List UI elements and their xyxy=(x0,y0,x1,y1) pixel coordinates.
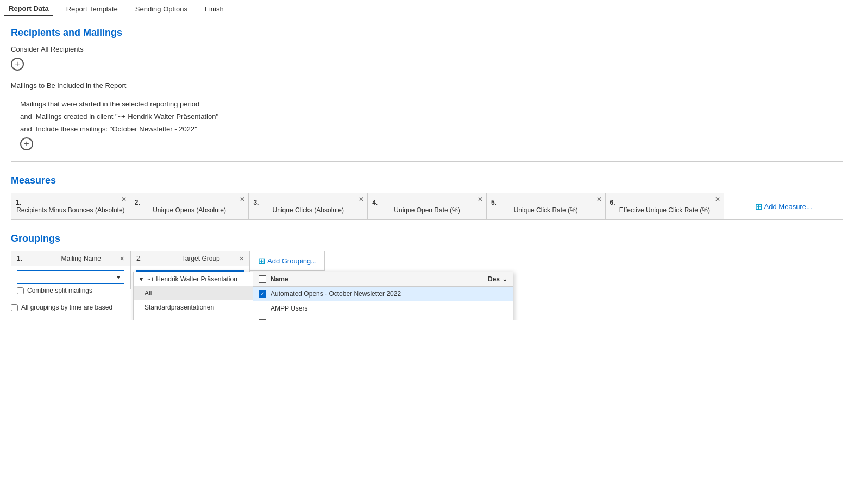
mailings-line2-prefix: and xyxy=(20,112,32,121)
measure-close-4[interactable]: ✕ xyxy=(478,196,483,203)
measure-label-4: Unique Open Rate (%) xyxy=(394,206,460,214)
measure-close-6[interactable]: ✕ xyxy=(715,196,720,203)
measures-section: Measures 1. Recipients Minus Bounces (Ab… xyxy=(11,175,843,220)
list-checkbox-1[interactable]: ✓ xyxy=(259,290,266,298)
mailings-section-label: Mailings to Be Included in the Report xyxy=(11,81,843,90)
grouping-select-wrapper-1 xyxy=(17,270,124,284)
list-row-label-1: Automated Opens - October Newsletter 202… xyxy=(271,290,507,298)
measure-close-2[interactable]: ✕ xyxy=(240,196,245,203)
measure-num-6: 6. xyxy=(610,199,720,206)
mailings-line3-text: Include these mailings: "October Newslet… xyxy=(36,125,197,133)
tree-root-label: ~+ Hendrik Walter Präsentation xyxy=(147,275,237,283)
combine-split-label[interactable]: Combine split mailings xyxy=(17,287,124,294)
list-checkbox-2[interactable] xyxy=(259,305,266,312)
list-row-3[interactable]: Anrede leeren xyxy=(253,316,513,320)
measure-num-5: 5. xyxy=(491,199,601,206)
tree-pane: ▼ ~+ Hendrik Walter Präsentation All Sta… xyxy=(134,272,253,320)
list-header-des[interactable]: Des ⌄ xyxy=(488,275,507,283)
grouping-close-2[interactable]: ✕ xyxy=(239,255,244,262)
measure-label-3: Unique Clicks (Absolute) xyxy=(273,206,344,214)
mailings-box: Mailings that were started in the select… xyxy=(11,93,843,162)
measure-num-2: 2. xyxy=(135,199,244,206)
groupings-section: Groupings 1. Mailing Name ✕ xyxy=(11,233,843,311)
measures-row: 1. Recipients Minus Bounces (Absolute) ✕… xyxy=(11,193,843,220)
nav-report-data[interactable]: Report Data xyxy=(4,2,53,16)
add-recipient-btn[interactable]: + xyxy=(11,58,24,71)
list-header-checkbox[interactable] xyxy=(259,275,266,283)
measures-title: Measures xyxy=(11,175,843,186)
grouping-body-1: Combine split mailings xyxy=(11,266,130,299)
grouping-header-2: 2. Target Group ✕ xyxy=(131,251,249,266)
measure-num-3: 3. xyxy=(253,199,363,206)
sort-icon: ⌄ xyxy=(502,275,507,283)
measure-num-4: 4. xyxy=(372,199,482,206)
add-mailing-btn[interactable]: + xyxy=(20,137,33,150)
measure-label-1: Recipients Minus Bounces (Absolute) xyxy=(16,206,124,214)
dropdown-tree-section: ▼ ~+ Hendrik Walter Präsentation All Sta… xyxy=(134,272,513,320)
combine-split-text: Combine split mailings xyxy=(27,287,92,294)
nav-finish[interactable]: Finish xyxy=(200,3,228,15)
grouping-select-1[interactable] xyxy=(17,270,124,284)
consider-label: Consider All Recipients xyxy=(11,45,843,53)
recipients-title: Recipients and Mailings xyxy=(11,27,843,39)
measure-close-1[interactable]: ✕ xyxy=(121,196,127,203)
all-groupings-checkbox[interactable] xyxy=(11,304,18,311)
recipients-section: Recipients and Mailings Consider All Rec… xyxy=(11,27,843,71)
nav-report-template[interactable]: Report Template xyxy=(62,3,122,15)
list-row-label-3: Anrede leeren xyxy=(271,319,507,320)
nav-bar: Report Data Report Template Sending Opti… xyxy=(0,0,854,18)
measure-cell-3: 3. Unique Clicks (Absolute) ✕ xyxy=(249,193,368,219)
mailings-section: Mailings to Be Included in the Report Ma… xyxy=(11,81,843,162)
list-checkbox-3[interactable] xyxy=(259,319,266,320)
grouping-header-1: 1. Mailing Name ✕ xyxy=(11,251,130,266)
measure-label-6: Effective Unique Click Rate (%) xyxy=(619,206,710,214)
grouping-num-1: 1. xyxy=(17,255,22,262)
mailings-line2: and Mailings created in client "~+ Hendr… xyxy=(20,112,834,121)
measure-label-2: Unique Opens (Absolute) xyxy=(153,206,226,214)
groupings-title: Groupings xyxy=(11,233,843,244)
measure-close-3[interactable]: ✕ xyxy=(359,196,364,203)
list-pane: Name Des ⌄ ✓ Automated Opens - October N… xyxy=(253,272,513,320)
combine-split-checkbox[interactable] xyxy=(17,287,24,294)
measure-cell-4: 4. Unique Open Rate (%) ✕ xyxy=(368,193,487,219)
add-grouping-btn[interactable]: ⊞ Add Grouping... xyxy=(250,251,325,271)
grouping-num-2: 2. xyxy=(136,255,142,262)
add-grouping-icon: ⊞ xyxy=(258,256,265,266)
measure-close-5[interactable]: ✕ xyxy=(596,196,602,203)
grouping-label-2: Target Group xyxy=(182,255,220,262)
add-measure-icon: ⊞ xyxy=(755,201,762,212)
list-header: Name Des ⌄ xyxy=(253,272,513,287)
measure-label-5: Unique Click Rate (%) xyxy=(514,206,578,214)
list-row-1[interactable]: ✓ Automated Opens - October Newsletter 2… xyxy=(253,287,513,301)
tree-root[interactable]: ▼ ~+ Hendrik Walter Präsentation xyxy=(134,272,253,286)
add-grouping-label: Add Grouping... xyxy=(267,257,317,265)
grouping-close-1[interactable]: ✕ xyxy=(120,255,124,262)
mailings-line2-text: Mailings created in client "~+ Hendrik W… xyxy=(36,112,218,121)
grouping-cell-1: 1. Mailing Name ✕ Combine split mailings xyxy=(11,251,130,299)
mailings-line1: Mailings that were started in the select… xyxy=(20,100,834,108)
measure-cell-6: 6. Effective Unique Click Rate (%) ✕ xyxy=(606,193,725,219)
tree-expand-icon: ▼ xyxy=(138,275,145,283)
nav-sending-options[interactable]: Sending Options xyxy=(131,3,192,15)
page-content: Recipients and Mailings Consider All Rec… xyxy=(0,18,854,320)
list-header-name: Name xyxy=(271,275,488,283)
mailings-line3: and Include these mailings: "October New… xyxy=(20,125,834,133)
add-measure-label: Add Measure... xyxy=(764,203,812,211)
groupings-row: 1. Mailing Name ✕ Combine split mailings xyxy=(11,251,843,299)
tree-child-all[interactable]: All xyxy=(134,286,253,300)
measure-cell-1: 1. Recipients Minus Bounces (Absolute) ✕ xyxy=(11,193,130,219)
list-row-2[interactable]: AMPP Users xyxy=(253,301,513,316)
dropdown-panel: ▼ ~+ Hendrik Walter Präsentation All Sta… xyxy=(133,272,513,320)
list-header-des-label: Des xyxy=(488,275,500,283)
grouping-label-1: Mailing Name xyxy=(61,255,101,262)
add-measure-btn[interactable]: ⊞ Add Measure... xyxy=(724,193,843,219)
measure-num-1: 1. xyxy=(16,199,125,206)
measure-cell-5: 5. Unique Click Rate (%) ✕ xyxy=(487,193,606,219)
tree-child-standard[interactable]: Standardpräsentationen xyxy=(134,300,253,314)
list-row-label-2: AMPP Users xyxy=(271,305,507,312)
all-groupings-text: All groupings by time are based xyxy=(21,304,112,311)
measure-cell-2: 2. Unique Opens (Absolute) ✕ xyxy=(130,193,249,219)
mailings-line3-prefix: and xyxy=(20,125,32,133)
